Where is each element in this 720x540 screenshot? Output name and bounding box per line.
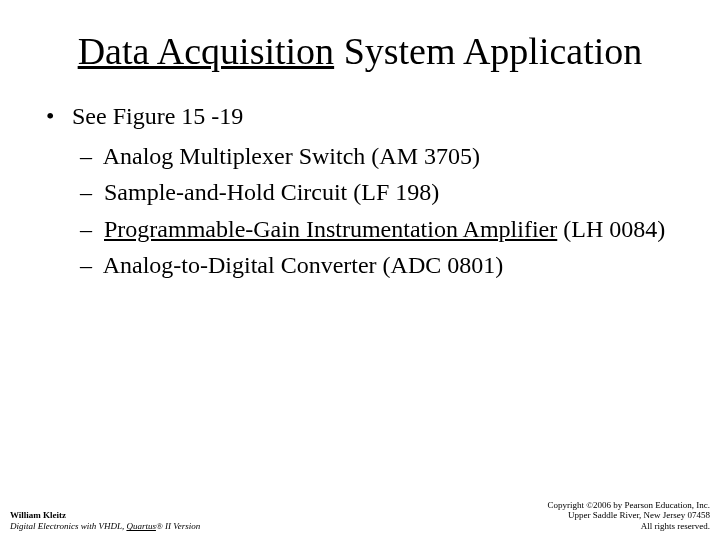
slide-title: Data Acquisition System Application xyxy=(40,28,680,76)
footer-book: Digital Electronics with VHDL, Quartus® … xyxy=(10,521,200,532)
footer-book-b: Quartus xyxy=(126,521,156,531)
list-item: Programmable-Gain Instrumentation Amplif… xyxy=(98,213,680,245)
subitem-b: Sample-and-Hold Circuit (LF 198) xyxy=(104,179,439,205)
footer-copyright-3: All rights reserved. xyxy=(547,521,710,532)
list-item: Analog Multiplexer Switch (AM 3705) xyxy=(98,140,680,172)
list-item: Analog-to-Digital Converter (ADC 0801) xyxy=(98,249,680,281)
footer-author: William Kleitz xyxy=(10,510,200,521)
bullet1-text: See Figure 15 -19 xyxy=(72,103,243,129)
title-link-part: Data Acquisition xyxy=(78,30,334,72)
subitem-a: Analog Multiplexer Switch (AM 3705) xyxy=(103,143,480,169)
footer-copyright-2: Upper Saddle River, New Jersey 07458 xyxy=(547,510,710,521)
footer-copyright-1: Copyright ©2006 by Pearson Education, In… xyxy=(547,500,710,511)
footer-right: Copyright ©2006 by Pearson Education, In… xyxy=(547,500,710,532)
slide: Data Acquisition System Application See … xyxy=(0,0,720,540)
footer-left: William Kleitz Digital Electronics with … xyxy=(10,510,200,532)
bullet-level1: See Figure 15 -19 xyxy=(40,100,680,132)
title-rest: System Application xyxy=(334,30,642,72)
list-item: Sample-and-Hold Circuit (LF 198) xyxy=(98,176,680,208)
slide-body: See Figure 15 -19 Analog Multiplexer Swi… xyxy=(40,100,680,282)
subitem-d: Analog-to-Digital Converter (ADC 0801) xyxy=(103,252,504,278)
slide-footer: William Kleitz Digital Electronics with … xyxy=(10,500,710,532)
footer-book-c: ® II Version xyxy=(156,521,200,531)
subitem-c-link: Programmable-Gain Instrumentation Amplif… xyxy=(104,216,557,242)
footer-book-a: Digital Electronics with VHDL, xyxy=(10,521,126,531)
subitem-c-rest: (LH 0084) xyxy=(557,216,665,242)
bullet-level2-group: Analog Multiplexer Switch (AM 3705) Samp… xyxy=(40,140,680,282)
